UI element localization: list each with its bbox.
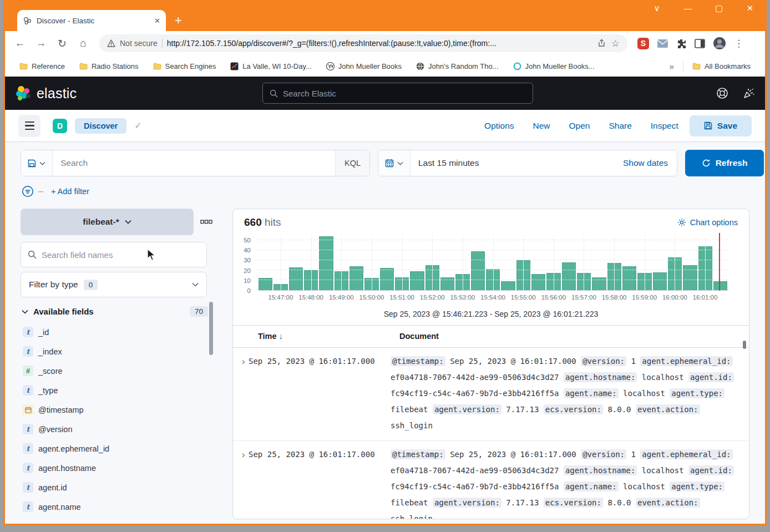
table-scrollbar-thumb[interactable]: [743, 341, 746, 349]
save-button[interactable]: Save: [690, 115, 752, 136]
sidebar-scrollbar-thumb[interactable]: [209, 302, 213, 355]
field-item[interactable]: @timestamp: [21, 400, 216, 419]
field-search-input[interactable]: [42, 250, 200, 260]
histogram-bar[interactable]: [425, 265, 439, 290]
doc-field-key[interactable]: agent.id:: [688, 465, 734, 475]
histogram-bar[interactable]: [273, 284, 287, 290]
top-menu-link-options[interactable]: Options: [484, 121, 514, 131]
extension-shield-icon[interactable]: S: [637, 38, 649, 49]
doc-field-key[interactable]: agent.version:: [433, 404, 501, 414]
help-icon[interactable]: [716, 87, 728, 99]
doc-field-key[interactable]: agent.type:: [670, 482, 725, 492]
security-label[interactable]: Not secure: [120, 39, 158, 48]
window-menu-chevron-icon[interactable]: ∨: [650, 3, 664, 13]
doc-field-key[interactable]: event.action:: [636, 404, 700, 414]
field-item[interactable]: tagent.hostname: [21, 458, 216, 478]
top-menu-link-share[interactable]: Share: [609, 121, 631, 131]
filter-menu-icon[interactable]: [22, 185, 34, 197]
kql-search-input[interactable]: [53, 158, 335, 168]
field-item[interactable]: tagent.id: [21, 478, 216, 497]
histogram-bar[interactable]: [546, 273, 560, 290]
side-panel-icon[interactable]: [695, 39, 705, 48]
extension-mail-icon[interactable]: [657, 39, 668, 48]
menu-hamburger-icon[interactable]: [18, 115, 40, 137]
top-menu-link-new[interactable]: New: [533, 121, 550, 131]
histogram-bar[interactable]: [319, 236, 333, 290]
space-badge[interactable]: D: [53, 119, 67, 133]
histogram-bar[interactable]: [380, 268, 394, 290]
histogram-bar[interactable]: [607, 263, 621, 290]
window-close-icon[interactable]: ✕: [743, 3, 757, 13]
histogram-bar[interactable]: [562, 262, 576, 290]
bookmark-item[interactable]: Search Engines: [149, 60, 221, 72]
doc-field-key[interactable]: agent.ephemeral_id:: [640, 356, 732, 366]
doc-field-key[interactable]: ecs.version:: [544, 404, 603, 414]
doc-field-key[interactable]: @version:: [581, 356, 626, 366]
all-bookmarks-button[interactable]: All Bookmarks: [688, 60, 755, 72]
available-fields-header[interactable]: Available fields 70: [21, 306, 216, 317]
document-column-header[interactable]: Document: [399, 332, 439, 341]
histogram-bar[interactable]: [289, 267, 303, 290]
histogram-bar[interactable]: [471, 251, 485, 290]
histogram-bar[interactable]: [335, 271, 348, 290]
field-item[interactable]: t_type: [21, 381, 216, 400]
global-search-input[interactable]: [283, 89, 526, 98]
share-icon[interactable]: [597, 39, 607, 48]
histogram-bar[interactable]: [486, 269, 500, 290]
bookmark-item[interactable]: La Valle, WI 10-Day...: [226, 60, 316, 72]
bookmark-item[interactable]: Radio Stations: [75, 60, 143, 72]
window-maximize-icon[interactable]: ▢: [712, 3, 726, 13]
histogram-bar[interactable]: [410, 271, 424, 290]
query-language-badge[interactable]: KQL: [335, 150, 369, 176]
doc-field-key[interactable]: ecs.version:: [544, 498, 603, 508]
histogram-bar[interactable]: [259, 278, 272, 290]
doc-field-key[interactable]: agent.type:: [670, 388, 725, 398]
histogram-bar[interactable]: [395, 277, 409, 290]
saved-query-menu-button[interactable]: [21, 150, 53, 176]
time-range-value[interactable]: Last 15 minutes: [411, 158, 623, 168]
field-item[interactable]: tagent.ephemeral_id: [21, 439, 216, 458]
window-minimize-icon[interactable]: —: [681, 3, 695, 13]
histogram-bar[interactable]: [531, 274, 545, 290]
bookmark-item[interactable]: Reference: [15, 60, 69, 72]
histogram-bar[interactable]: [622, 266, 636, 290]
breadcrumb-discover[interactable]: Discover: [75, 118, 126, 134]
refresh-button[interactable]: Refresh: [685, 150, 764, 176]
doc-field-key[interactable]: event.action:: [636, 498, 700, 508]
doc-field-key[interactable]: agent.name:: [564, 388, 619, 398]
sort-desc-icon[interactable]: ↓: [279, 332, 283, 341]
chrome-menu-kebab-icon[interactable]: ⋮: [734, 38, 743, 49]
reload-icon[interactable]: ↻: [53, 34, 72, 53]
histogram-bar[interactable]: [304, 270, 318, 290]
forward-icon[interactable]: →: [32, 34, 50, 53]
doc-field-key[interactable]: agent.hostname:: [564, 372, 637, 382]
home-icon[interactable]: ⌂: [74, 34, 93, 53]
filter-by-type-select[interactable]: Filter by type 0: [21, 272, 207, 297]
bookmark-item[interactable]: John Mueller Books: [322, 60, 406, 72]
doc-field-key[interactable]: agent.ephemeral_id:: [640, 449, 732, 459]
doc-field-key[interactable]: agent.name:: [564, 482, 619, 492]
browser-tab[interactable]: Discover - Elastic ✕: [17, 10, 166, 31]
news-party-popper-icon[interactable]: [743, 87, 755, 99]
time-column-header[interactable]: Time ↓: [258, 332, 283, 341]
histogram-bar[interactable]: [364, 278, 378, 290]
back-icon[interactable]: ←: [11, 34, 29, 53]
histogram-bar[interactable]: [455, 274, 469, 290]
histogram-bar[interactable]: [698, 246, 712, 290]
histogram-bar[interactable]: [349, 266, 363, 290]
add-filter-link[interactable]: + Add filter: [51, 187, 89, 196]
new-tab-button[interactable]: +: [175, 15, 182, 26]
doc-field-key[interactable]: agent.version:: [433, 498, 501, 508]
histogram-bar[interactable]: [592, 277, 606, 290]
histogram-bar[interactable]: [501, 281, 515, 290]
doc-field-key[interactable]: @timestamp:: [391, 356, 445, 366]
elastic-brand[interactable]: elastic: [15, 85, 77, 102]
field-settings-icon[interactable]: [200, 220, 212, 224]
field-item[interactable]: t_index: [21, 342, 216, 361]
histogram-bar[interactable]: [653, 272, 667, 290]
tab-close-icon[interactable]: ✕: [154, 17, 160, 25]
histogram-bar[interactable]: [577, 273, 591, 290]
chart-options-button[interactable]: Chart options: [677, 218, 738, 227]
field-item[interactable]: t@version: [21, 419, 216, 439]
date-quick-menu-button[interactable]: [378, 150, 411, 176]
